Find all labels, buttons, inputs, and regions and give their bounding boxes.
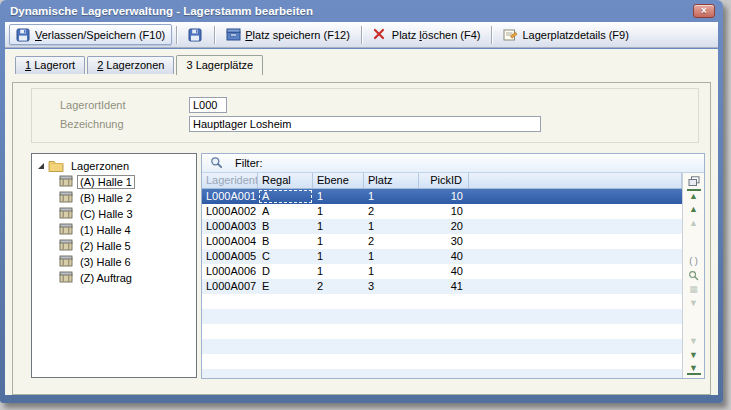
field-input-bezeichnung[interactable] [189,116,541,132]
table-cell[interactable]: 1 [313,264,364,279]
table-cell[interactable] [202,294,258,309]
table-cell[interactable] [313,354,364,369]
last-row-icon[interactable]: ▼ [687,363,701,375]
tree-item[interactable]: (A) Halle 1 [32,174,196,190]
table-cell[interactable] [469,339,682,354]
tree-item[interactable]: (3) Halle 6 [32,254,196,270]
table-cell[interactable] [419,369,469,378]
table-cell[interactable] [419,339,469,354]
table-cell[interactable]: 1 [313,189,364,204]
table-empty-row[interactable] [202,339,682,354]
table-cell[interactable] [313,339,364,354]
table-cell[interactable]: L000A006 [202,264,258,279]
tab-lagerzonen[interactable]: 2 Lagerzonen [87,56,174,74]
lagerplatzdetails-button[interactable]: Lagerplatzdetails (F9) [496,24,635,45]
table-cell[interactable]: L000A003 [202,219,258,234]
next-row-icon[interactable]: ▼ [687,349,701,361]
column-header-ebene[interactable]: Ebene [313,173,364,188]
page-down-icon[interactable]: ▼ [687,335,701,347]
table-cell[interactable]: 1 [313,234,364,249]
table-cell[interactable] [313,369,364,378]
table-cell[interactable] [313,294,364,309]
table-cell[interactable] [202,309,258,324]
table-empty-row[interactable] [202,354,682,369]
table-cell[interactable]: 1 [364,219,419,234]
table-cell[interactable] [258,369,313,378]
table-cell[interactable]: 3 [364,279,419,294]
table-cell[interactable] [419,354,469,369]
column-header-pickid[interactable]: PickID [419,173,469,188]
table-cell[interactable] [469,204,682,219]
platz-speichern-button[interactable]: Platz speichern (F12) [219,24,357,45]
tree-item[interactable]: (B) Halle 2 [32,190,196,206]
table-cell[interactable] [419,294,469,309]
table-cell[interactable]: 10 [419,189,469,204]
table-cell[interactable] [202,354,258,369]
stats-icon[interactable]: ▦ [687,283,701,295]
column-header-regal[interactable]: Regal [258,173,313,188]
table-cell[interactable] [469,264,682,279]
page-up-icon[interactable]: ▲ [687,217,701,229]
table-cell[interactable]: 2 [364,204,419,219]
column-chooser-icon[interactable] [687,175,701,187]
table-cell[interactable] [364,324,419,339]
table-cell[interactable]: 1 [313,219,364,234]
table-cell[interactable] [258,354,313,369]
save-button[interactable] [181,24,210,45]
tree-item[interactable]: (Z) Auftrag [32,270,196,286]
table-row[interactable]: L000A003B1120 [202,219,682,234]
table-row[interactable]: L000A006D1140 [202,264,682,279]
previous-row-icon[interactable]: ▲ [687,203,701,215]
table-cell[interactable]: 1 [364,189,419,204]
first-row-icon[interactable]: ▲ [687,189,701,201]
table-cell[interactable]: E [258,279,313,294]
field-input-lagerortident[interactable] [189,97,227,113]
table-empty-row[interactable] [202,369,682,378]
table-row[interactable]: L000A004B1230 [202,234,682,249]
table-cell[interactable]: 2 [313,279,364,294]
column-header-empty[interactable] [469,173,682,188]
tree-item[interactable]: (1) Halle 4 [32,222,196,238]
tree-expander-icon[interactable] [38,163,44,169]
platz-loeschen-button[interactable]: Platz löschen (F4) [366,24,488,45]
column-header-platz[interactable]: Platz [364,173,419,188]
table-cell[interactable]: B [258,219,313,234]
table-cell[interactable]: 2 [364,234,419,249]
table-cell[interactable]: 1 [364,249,419,264]
verlassen-speichern-button[interactable]: Verlassen/Speichern (F10) [9,24,172,45]
table-cell[interactable] [313,324,364,339]
grid-search-icon[interactable] [687,269,701,281]
table-cell[interactable] [469,294,682,309]
table-cell[interactable] [419,324,469,339]
table-cell[interactable] [469,369,682,378]
tree-item[interactable]: (C) Halle 3 [32,206,196,222]
table-cell[interactable]: L000A007 [202,279,258,294]
table-cell[interactable] [469,249,682,264]
tree-item[interactable]: (2) Halle 5 [32,238,196,254]
table-empty-row[interactable] [202,324,682,339]
table-cell[interactable]: B [258,234,313,249]
table-cell[interactable]: 1 [313,204,364,219]
table-cell[interactable] [364,339,419,354]
table-cell[interactable] [202,324,258,339]
table-cell[interactable]: L000A005 [202,249,258,264]
table-cell[interactable] [258,339,313,354]
table-cell[interactable] [469,189,682,204]
table-cell[interactable] [469,309,682,324]
table-cell[interactable] [364,354,419,369]
table-cell[interactable] [202,369,258,378]
table-row[interactable]: L000A005C1140 [202,249,682,264]
grid-filter-row[interactable]: Filter: [202,154,704,173]
table-cell[interactable] [469,279,682,294]
table-row[interactable]: L000A001A1110 [202,189,682,204]
table-cell[interactable] [364,369,419,378]
table-cell[interactable] [419,309,469,324]
table-cell[interactable] [469,234,682,249]
table-cell[interactable] [364,309,419,324]
filter-edit-icon[interactable]: ▼ [687,297,701,309]
edit-record-icon[interactable]: ( ) [687,255,701,267]
table-cell[interactable] [469,354,682,369]
table-cell[interactable] [258,324,313,339]
table-cell[interactable]: C [258,249,313,264]
table-cell[interactable]: 30 [419,234,469,249]
